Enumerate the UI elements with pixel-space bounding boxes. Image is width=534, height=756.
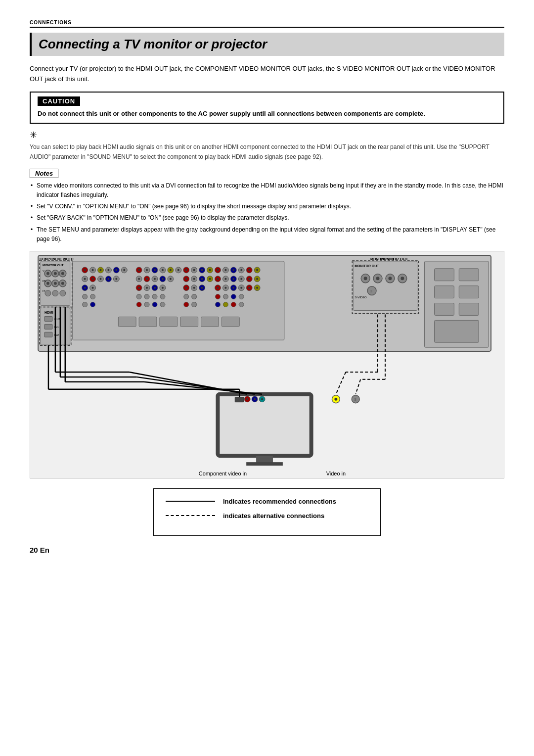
svg-point-173 [373,274,382,283]
svg-point-88 [170,278,172,280]
svg-point-70 [84,278,86,280]
svg-point-12 [44,280,51,287]
svg-point-120 [162,287,164,289]
svg-point-176 [388,277,392,280]
svg-point-40 [146,269,148,271]
svg-point-131 [230,285,236,291]
svg-point-151 [83,302,88,307]
svg-text:OUT: OUT [54,318,61,321]
svg-rect-164 [139,317,157,327]
svg-point-31 [105,267,111,273]
svg-rect-185 [44,324,52,329]
svg-point-144 [160,294,165,299]
svg-point-137 [254,285,260,291]
svg-point-111 [90,285,96,291]
svg-rect-186 [44,332,52,337]
svg-point-205 [246,398,248,400]
svg-point-61 [230,267,236,273]
svg-point-157 [184,302,189,307]
svg-point-77 [113,276,119,282]
svg-point-49 [183,267,189,273]
svg-point-34 [115,269,117,271]
svg-point-37 [136,267,142,273]
svg-point-175 [386,274,395,283]
svg-point-52 [193,269,195,271]
svg-point-75 [105,276,111,282]
svg-point-212 [352,395,359,403]
svg-point-25 [82,267,88,273]
svg-line-229 [336,372,346,394]
svg-rect-203 [246,462,283,466]
svg-rect-200 [40,307,71,345]
svg-point-156 [160,302,165,307]
svg-point-94 [201,278,203,280]
svg-point-204 [244,396,250,402]
svg-point-160 [223,302,228,307]
svg-point-97 [215,276,221,282]
svg-text:MONITOR OUT: MONITOR OUT [43,264,64,267]
svg-point-67 [254,267,260,273]
legend-solid-label: indicates recommended connections [223,498,336,505]
legend-box: indicates recommended connections indica… [153,488,381,536]
svg-point-32 [107,269,109,271]
svg-point-82 [146,278,148,280]
svg-rect-202 [256,456,273,463]
svg-point-138 [256,287,258,289]
svg-point-147 [215,294,220,299]
svg-point-87 [168,276,174,282]
svg-point-209 [261,398,263,400]
notes-item-3: Set "GRAY BACK" in "OPTION MENU" to "ON"… [30,213,504,223]
svg-point-101 [230,276,236,282]
svg-point-51 [191,267,197,273]
svg-point-19 [52,290,58,296]
svg-rect-4 [41,261,70,306]
svg-point-47 [176,267,181,273]
svg-point-62 [232,269,234,271]
svg-text:IN1: IN1 [54,326,59,329]
svg-point-42 [154,269,156,271]
svg-point-56 [209,269,211,271]
svg-point-14 [52,280,59,287]
svg-point-29 [97,267,103,273]
svg-point-155 [152,302,157,307]
svg-point-11 [61,272,64,275]
svg-rect-0 [38,255,491,351]
page-number: 20 En [30,546,504,554]
svg-text:S: S [370,290,372,293]
svg-point-162 [239,302,244,307]
svg-rect-196 [459,303,479,315]
svg-point-91 [191,276,197,282]
legend-dashed-label: indicates alternative connections [223,512,324,520]
svg-point-39 [144,267,150,273]
svg-point-8 [52,270,59,277]
svg-point-46 [170,269,172,271]
svg-line-232 [356,379,360,394]
caution-box: CAUTION Do not connect this unit or othe… [30,92,504,124]
svg-rect-182 [41,308,70,345]
svg-point-153 [136,302,141,307]
svg-rect-198 [40,260,72,307]
svg-text:S: S [354,398,356,401]
svg-point-126 [201,287,203,289]
svg-point-18 [45,290,51,296]
svg-point-50 [185,269,187,271]
svg-text:MONITOR OUT: MONITOR OUT [370,257,395,261]
intro-text: Connect your TV (or projector) to the HD… [30,64,504,85]
page-title: Connecting a TV monitor or projector [30,33,504,56]
svg-point-55 [207,267,213,273]
svg-text:MONITOR OUT: MONITOR OUT [380,257,408,261]
svg-rect-190 [425,261,489,347]
svg-point-71 [90,276,96,282]
svg-point-16 [59,280,66,287]
svg-point-13 [46,282,49,285]
svg-point-207 [254,398,256,400]
svg-point-84 [154,278,156,280]
svg-point-63 [238,267,244,273]
svg-point-128 [217,287,219,289]
svg-point-125 [199,285,205,291]
svg-text:Video in: Video in [326,471,346,476]
svg-point-96 [209,278,211,280]
svg-point-93 [199,276,205,282]
svg-text:Y: Y [43,270,44,273]
svg-point-142 [144,294,149,299]
